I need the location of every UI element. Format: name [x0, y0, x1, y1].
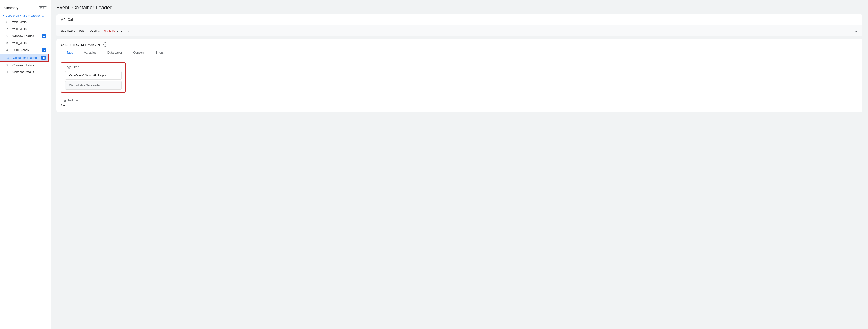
- sidebar-summary: Summary: [0, 4, 51, 12]
- sidebar-item-7[interactable]: 7 web_vitals: [0, 25, 49, 32]
- tab-tags[interactable]: Tags: [61, 48, 78, 57]
- item-badge-3: [41, 56, 45, 60]
- item-badge-6: [42, 34, 46, 38]
- sidebar-item-3[interactable]: 3 Container Loaded: [0, 54, 49, 62]
- item-badge-4: [42, 48, 46, 52]
- sidebar-item-2[interactable]: 2 Consent Update: [0, 62, 49, 69]
- item-label-6: Window Loaded: [12, 34, 40, 38]
- tags-not-fired-section: Tags Not Fired None: [61, 98, 858, 107]
- api-call-card: API Call dataLayer.push({event: "gtm.js"…: [56, 14, 863, 36]
- tags-not-fired-label: Tags Not Fired: [61, 98, 858, 102]
- code-suffix: , ...}): [117, 29, 130, 33]
- info-icon[interactable]: ?: [103, 42, 107, 46]
- expand-icon[interactable]: ⌄: [855, 28, 858, 33]
- item-num-5: 5: [6, 41, 11, 44]
- item-label-1: Consent Default: [12, 70, 46, 74]
- item-label-4: DOM Ready: [12, 48, 40, 52]
- api-call-header: API Call: [56, 14, 863, 25]
- code-value: "gtm.js": [102, 29, 117, 33]
- sidebar-item-1[interactable]: 1 Consent Default: [0, 69, 49, 75]
- item-num-4: 4: [6, 48, 11, 52]
- section-label: Core Web Vitals measurem...: [5, 14, 44, 17]
- code-prefix: dataLayer.push({event:: [61, 29, 102, 33]
- tags-fired-label: Tags Fired: [65, 65, 122, 69]
- output-title: Output of GTM-PMZ5VPR: [61, 43, 101, 46]
- item-label-8: web_vitals: [12, 20, 46, 24]
- sidebar-item-4[interactable]: 4 DOM Ready: [0, 46, 49, 54]
- filter-icon[interactable]: [39, 5, 47, 10]
- item-num-3: 3: [7, 56, 11, 60]
- tag-item-web-vitals-succeeded[interactable]: Web Vitals - Succeeded: [65, 81, 122, 90]
- tab-errors[interactable]: Errors: [150, 48, 169, 57]
- chevron-icon: ▼: [2, 14, 5, 17]
- api-call-body: dataLayer.push({event: "gtm.js", ...}) ⌄: [56, 25, 863, 36]
- item-num-1: 1: [6, 70, 11, 74]
- output-header: Output of GTM-PMZ5VPR ?: [56, 39, 863, 46]
- sidebar-section-header[interactable]: ▼ Core Web Vitals measurem...: [0, 12, 51, 19]
- page-title: Event: Container Loaded: [56, 5, 863, 11]
- output-tabs: Tags Variables Data Layer Consent Errors: [56, 48, 863, 58]
- sidebar-item-5[interactable]: 5 web_vitals: [0, 39, 49, 46]
- item-num-2: 2: [6, 64, 11, 67]
- output-card: Output of GTM-PMZ5VPR ? Tags Variables D…: [56, 39, 863, 112]
- sidebar: Summary ▼ Core Web Vitals measurem... 8 …: [0, 0, 51, 329]
- tab-variables[interactable]: Variables: [78, 48, 102, 57]
- tab-data-layer[interactable]: Data Layer: [102, 48, 128, 57]
- tab-consent[interactable]: Consent: [128, 48, 150, 57]
- main-content: Event: Container Loaded API Call dataLay…: [51, 0, 868, 329]
- api-call-code: dataLayer.push({event: "gtm.js", ...}): [61, 29, 129, 33]
- tags-not-fired-none: None: [61, 104, 858, 107]
- item-label-5: web_vitals: [12, 41, 46, 44]
- tags-content: Tags Fired Core Web Vitals - All Pages W…: [56, 58, 863, 112]
- item-num-6: 6: [6, 34, 11, 38]
- item-num-8: 8: [6, 20, 11, 24]
- summary-label: Summary: [4, 6, 19, 10]
- item-num-7: 7: [6, 27, 11, 31]
- sidebar-item-6[interactable]: 6 Window Loaded: [0, 32, 49, 39]
- item-label-7: web_vitals: [12, 27, 46, 31]
- sidebar-item-8[interactable]: 8 web_vitals: [0, 19, 49, 25]
- item-label-2: Consent Update: [12, 64, 46, 67]
- item-label-3: Container Loaded: [13, 56, 40, 60]
- tag-item-core-web-vitals[interactable]: Core Web Vitals - All Pages: [65, 71, 122, 80]
- tags-fired-section: Tags Fired Core Web Vitals - All Pages W…: [61, 62, 126, 93]
